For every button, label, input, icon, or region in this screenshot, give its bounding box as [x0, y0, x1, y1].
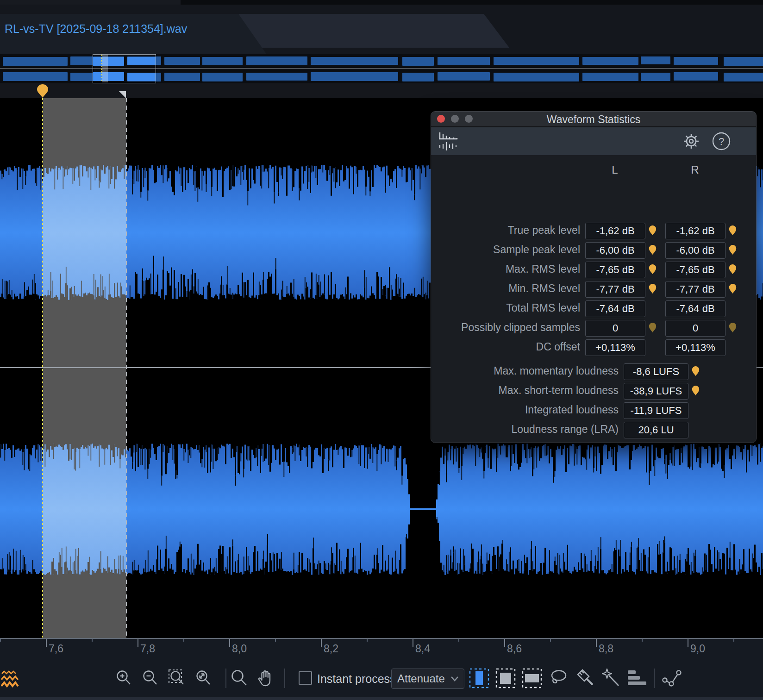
- marker-pin-icon[interactable]: [729, 322, 737, 333]
- stats-row-label: Total RMS level: [506, 302, 580, 314]
- magic-wand-icon[interactable]: [600, 668, 622, 689]
- stats-row-label: Possibly clipped samples: [461, 321, 580, 334]
- ruler-tick-major: [321, 639, 322, 647]
- tab-bar: RL-vs-TV [2025-09-18 211354].wav: [0, 0, 763, 54]
- loudness-row-label: Integrated loudness: [525, 404, 619, 416]
- instant-process-label[interactable]: Instant process: [317, 672, 396, 686]
- dialog-content: L R True peak level-1,62 dB-1,62 dBSampl…: [431, 155, 756, 443]
- dialog-title-bar[interactable]: Waveform Statistics: [431, 112, 756, 127]
- ruler-tick-major: [229, 639, 230, 647]
- marker-pin-icon[interactable]: [729, 225, 737, 236]
- selection-corner-handle[interactable]: [119, 91, 126, 98]
- overview-audio-block: [582, 73, 638, 81]
- waveform-statistics-icon: [438, 131, 462, 152]
- marker-strip[interactable]: [0, 83, 763, 98]
- overview-audio-block: [164, 73, 200, 81]
- stats-value-left: -6,00 dB: [585, 242, 645, 259]
- marker-pin-icon[interactable]: [729, 244, 737, 255]
- overview-audio-block: [311, 57, 398, 65]
- stats-value-left: -7,77 dB: [585, 281, 645, 298]
- hand-button[interactable]: [255, 668, 276, 689]
- ruler-tick-minor: [275, 639, 276, 642]
- waveform-view-icon[interactable]: [1, 669, 19, 689]
- dialog-header-band: ?: [431, 127, 756, 155]
- overview-audio-block: [494, 57, 579, 65]
- ruler-tick-label: 9,0: [690, 643, 705, 655]
- selection-waveform-overlay: [43, 98, 126, 638]
- marker-pin-icon[interactable]: [729, 264, 737, 275]
- overview-audio-block: [3, 57, 68, 65]
- overview-audio-block: [641, 73, 670, 81]
- overview-playhead-line: [101, 55, 102, 82]
- zoom-in-button[interactable]: [113, 668, 135, 689]
- overview-audio-block: [438, 72, 490, 80]
- ruler-tick-label: 8,2: [324, 643, 338, 655]
- help-icon[interactable]: ?: [712, 131, 731, 151]
- overview-strip[interactable]: [0, 54, 763, 83]
- ruler-tick-minor: [92, 639, 93, 642]
- stats-value-left: +0,113%: [585, 339, 645, 356]
- ruler-tick-major: [46, 639, 47, 647]
- stats-value-right: 0: [665, 320, 725, 337]
- stats-value-left: -1,62 dB: [585, 223, 645, 239]
- overview-audio-block: [724, 57, 763, 65]
- overview-audio-block: [402, 57, 434, 66]
- ruler-tick-minor: [733, 639, 734, 642]
- ruler-tick-minor: [183, 639, 184, 642]
- frequency-selection-button[interactable]: [521, 668, 543, 689]
- file-tab-label[interactable]: RL-vs-TV [2025-09-18 211354].wav: [5, 22, 187, 36]
- selection-right-edge[interactable]: [126, 98, 127, 638]
- column-header-left: L: [585, 163, 644, 176]
- playhead-pin-icon[interactable]: [37, 84, 49, 98]
- stats-value-right: +0,113%: [665, 339, 725, 356]
- loudness-value: -8,6 LUFS: [624, 363, 688, 380]
- loudness-row-label: Loudness range (LRA): [512, 423, 619, 436]
- process-mode-dropdown[interactable]: Attenuate: [391, 669, 464, 689]
- audio-editor-window: { "tab": { "filename": "RL-vs-TV [2025-0…: [0, 0, 763, 700]
- loudness-value: -38,9 LUFS: [624, 383, 688, 400]
- marker-pin-icon[interactable]: [649, 322, 657, 333]
- stats-value-right: -7,77 dB: [665, 281, 725, 298]
- marker-pin-icon[interactable]: [649, 244, 657, 255]
- timeline-ruler[interactable]: 7,67,88,08,28,48,68,89,0: [0, 638, 763, 661]
- stats-value-left: -7,64 dB: [585, 300, 645, 317]
- marker-pin-icon[interactable]: [649, 264, 657, 275]
- zoom-fit-button[interactable]: [193, 668, 214, 689]
- ruler-tick-major: [413, 639, 413, 647]
- gear-icon[interactable]: [682, 132, 700, 150]
- time-selection-button[interactable]: [469, 668, 490, 689]
- bottom-toolbar: Instant process Attenuate: [0, 661, 763, 697]
- marker-pin-icon[interactable]: [692, 366, 700, 376]
- marker-pin-icon[interactable]: [649, 283, 657, 294]
- ruler-tick-major: [504, 639, 505, 647]
- ruler-tick-minor: [367, 639, 368, 642]
- loudness-value: -11,9 LUFS: [624, 402, 688, 419]
- stats-row-label: Max. RMS level: [506, 263, 580, 275]
- stats-row-label: Min. RMS level: [508, 282, 580, 295]
- stats-value-left: -7,65 dB: [585, 262, 645, 278]
- instant-process-checkbox[interactable]: [299, 671, 312, 685]
- zoom-selection-button[interactable]: [167, 668, 188, 689]
- brush-icon[interactable]: [575, 668, 596, 689]
- ruler-tick-label: 8,6: [507, 643, 522, 655]
- marker-pin-icon[interactable]: [649, 225, 657, 236]
- stats-row-label: Sample peak level: [493, 244, 580, 256]
- marker-pin-icon[interactable]: [692, 385, 700, 396]
- marker-pin-icon[interactable]: [729, 283, 737, 294]
- lasso-icon[interactable]: [548, 668, 569, 689]
- overview-audio-block: [494, 73, 579, 81]
- ruler-tick-label: 8,4: [415, 643, 430, 655]
- column-header-right: R: [665, 163, 725, 176]
- top-strip-highlight: [0, 0, 181, 5]
- bottom-strip: [0, 697, 763, 700]
- time-frequency-selection-button[interactable]: [495, 668, 516, 689]
- playhead-line[interactable]: [42, 98, 43, 638]
- waveform-statistics-dialog[interactable]: Waveform Statistics ? L R True peak leve…: [431, 111, 757, 443]
- overview-audio-block: [246, 56, 307, 65]
- zoom-out-button[interactable]: [140, 668, 161, 689]
- levels-icon[interactable]: [626, 668, 648, 689]
- envelope-nodes-icon[interactable]: [661, 668, 682, 689]
- search-button[interactable]: [229, 668, 250, 689]
- overview-audio-block: [438, 57, 490, 65]
- overview-audio-block: [582, 57, 638, 65]
